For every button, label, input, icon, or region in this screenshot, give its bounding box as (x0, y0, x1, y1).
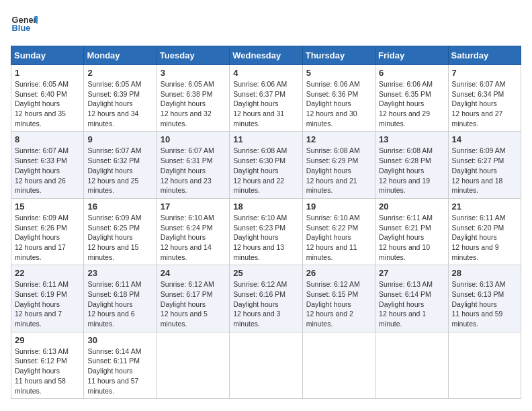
day-info: Sunrise: 6:11 AM Sunset: 6:20 PM Dayligh… (452, 213, 517, 262)
day-number: 23 (87, 268, 152, 278)
day-info: Sunrise: 6:06 AM Sunset: 6:37 PM Dayligh… (233, 79, 298, 128)
calendar-cell: 1 Sunrise: 6:05 AM Sunset: 6:40 PM Dayli… (11, 65, 84, 132)
calendar-cell: 16 Sunrise: 6:09 AM Sunset: 6:25 PM Dayl… (84, 198, 157, 265)
day-number: 12 (306, 134, 371, 144)
day-info: Sunrise: 6:05 AM Sunset: 6:40 PM Dayligh… (15, 79, 80, 128)
day-number: 8 (15, 134, 80, 144)
calendar-cell (375, 332, 448, 398)
calendar-cell: 12 Sunrise: 6:08 AM Sunset: 6:29 PM Dayl… (302, 132, 375, 198)
day-number: 13 (379, 134, 444, 144)
calendar-week-2: 8 Sunrise: 6:07 AM Sunset: 6:33 PM Dayli… (11, 132, 521, 198)
calendar-cell: 2 Sunrise: 6:05 AM Sunset: 6:39 PM Dayli… (84, 65, 157, 132)
calendar-cell: 8 Sunrise: 6:07 AM Sunset: 6:33 PM Dayli… (11, 132, 84, 198)
calendar-cell: 23 Sunrise: 6:11 AM Sunset: 6:18 PM Dayl… (84, 265, 157, 332)
calendar-cell: 11 Sunrise: 6:08 AM Sunset: 6:30 PM Dayl… (230, 132, 302, 198)
day-info: Sunrise: 6:10 AM Sunset: 6:22 PM Dayligh… (306, 213, 371, 262)
calendar-week-5: 29 Sunrise: 6:13 AM Sunset: 6:12 PM Dayl… (11, 332, 521, 398)
calendar-week-1: 1 Sunrise: 6:05 AM Sunset: 6:40 PM Dayli… (11, 65, 521, 132)
day-number: 9 (87, 134, 152, 144)
calendar-cell: 26 Sunrise: 6:12 AM Sunset: 6:15 PM Dayl… (302, 265, 375, 332)
day-number: 29 (15, 335, 80, 345)
calendar-cell: 15 Sunrise: 6:09 AM Sunset: 6:26 PM Dayl… (11, 198, 84, 265)
day-info: Sunrise: 6:13 AM Sunset: 6:14 PM Dayligh… (379, 279, 444, 328)
day-info: Sunrise: 6:09 AM Sunset: 6:27 PM Dayligh… (452, 146, 517, 195)
day-number: 16 (87, 201, 152, 212)
weekday-header-tuesday: Tuesday (157, 46, 229, 65)
day-number: 25 (233, 268, 298, 278)
day-info: Sunrise: 6:07 AM Sunset: 6:33 PM Dayligh… (15, 146, 80, 195)
calendar-cell: 17 Sunrise: 6:10 AM Sunset: 6:24 PM Dayl… (157, 198, 229, 265)
day-number: 19 (306, 201, 371, 212)
weekday-header-saturday: Saturday (448, 46, 521, 65)
calendar-cell (302, 332, 375, 398)
day-info: Sunrise: 6:07 AM Sunset: 6:32 PM Dayligh… (87, 146, 152, 195)
calendar-cell (157, 332, 229, 398)
weekday-header-friday: Friday (375, 46, 448, 65)
calendar-cell: 9 Sunrise: 6:07 AM Sunset: 6:32 PM Dayli… (84, 132, 157, 198)
logo: General Blue (11, 11, 42, 38)
day-info: Sunrise: 6:06 AM Sunset: 6:35 PM Dayligh… (379, 79, 444, 128)
day-info: Sunrise: 6:11 AM Sunset: 6:18 PM Dayligh… (87, 279, 152, 328)
weekday-header-thursday: Thursday (302, 46, 375, 65)
day-number: 22 (15, 268, 80, 278)
day-number: 4 (233, 68, 298, 78)
day-info: Sunrise: 6:12 AM Sunset: 6:17 PM Dayligh… (161, 279, 226, 328)
day-number: 2 (87, 68, 152, 78)
calendar-cell: 25 Sunrise: 6:12 AM Sunset: 6:16 PM Dayl… (230, 265, 302, 332)
calendar-cell: 13 Sunrise: 6:08 AM Sunset: 6:28 PM Dayl… (375, 132, 448, 198)
day-info: Sunrise: 6:09 AM Sunset: 6:26 PM Dayligh… (15, 213, 80, 262)
day-number: 1 (15, 68, 80, 78)
day-number: 7 (452, 68, 517, 78)
day-info: Sunrise: 6:11 AM Sunset: 6:21 PM Dayligh… (379, 213, 444, 262)
svg-text:Blue: Blue (12, 23, 31, 33)
day-info: Sunrise: 6:13 AM Sunset: 6:12 PM Dayligh… (15, 347, 80, 396)
day-info: Sunrise: 6:08 AM Sunset: 6:29 PM Dayligh… (306, 146, 371, 195)
calendar-cell: 27 Sunrise: 6:13 AM Sunset: 6:14 PM Dayl… (375, 265, 448, 332)
calendar-cell: 6 Sunrise: 6:06 AM Sunset: 6:35 PM Dayli… (375, 65, 448, 132)
day-number: 3 (161, 68, 226, 78)
day-number: 14 (452, 134, 517, 144)
calendar-table: SundayMondayTuesdayWednesdayThursdayFrid… (11, 46, 521, 399)
day-number: 10 (161, 134, 226, 144)
day-info: Sunrise: 6:10 AM Sunset: 6:23 PM Dayligh… (233, 213, 298, 262)
day-info: Sunrise: 6:10 AM Sunset: 6:24 PM Dayligh… (161, 213, 226, 262)
weekday-header-sunday: Sunday (11, 46, 84, 65)
day-info: Sunrise: 6:08 AM Sunset: 6:30 PM Dayligh… (233, 146, 298, 195)
day-number: 11 (233, 134, 298, 144)
calendar-cell: 10 Sunrise: 6:07 AM Sunset: 6:31 PM Dayl… (157, 132, 229, 198)
day-number: 5 (306, 68, 371, 78)
calendar-cell: 5 Sunrise: 6:06 AM Sunset: 6:36 PM Dayli… (302, 65, 375, 132)
calendar-cell: 21 Sunrise: 6:11 AM Sunset: 6:20 PM Dayl… (448, 198, 521, 265)
calendar-cell: 22 Sunrise: 6:11 AM Sunset: 6:19 PM Dayl… (11, 265, 84, 332)
calendar-cell: 18 Sunrise: 6:10 AM Sunset: 6:23 PM Dayl… (230, 198, 302, 265)
calendar-cell: 30 Sunrise: 6:14 AM Sunset: 6:11 PM Dayl… (84, 332, 157, 398)
day-number: 27 (379, 268, 444, 278)
day-number: 17 (161, 201, 226, 212)
weekday-header-wednesday: Wednesday (230, 46, 302, 65)
calendar-cell: 7 Sunrise: 6:07 AM Sunset: 6:34 PM Dayli… (448, 65, 521, 132)
day-info: Sunrise: 6:09 AM Sunset: 6:25 PM Dayligh… (87, 213, 152, 262)
day-number: 24 (161, 268, 226, 278)
day-info: Sunrise: 6:05 AM Sunset: 6:38 PM Dayligh… (161, 79, 226, 128)
day-number: 28 (452, 268, 517, 278)
day-number: 20 (379, 201, 444, 212)
calendar-cell (448, 332, 521, 398)
day-info: Sunrise: 6:07 AM Sunset: 6:34 PM Dayligh… (452, 79, 517, 128)
calendar-week-3: 15 Sunrise: 6:09 AM Sunset: 6:26 PM Dayl… (11, 198, 521, 265)
calendar-cell: 20 Sunrise: 6:11 AM Sunset: 6:21 PM Dayl… (375, 198, 448, 265)
day-number: 26 (306, 268, 371, 278)
calendar-cell (230, 332, 302, 398)
calendar-cell: 28 Sunrise: 6:13 AM Sunset: 6:13 PM Dayl… (448, 265, 521, 332)
day-number: 30 (87, 335, 152, 345)
page-header: General Blue (11, 11, 521, 38)
calendar-cell: 4 Sunrise: 6:06 AM Sunset: 6:37 PM Dayli… (230, 65, 302, 132)
day-number: 15 (15, 201, 80, 212)
weekday-header-monday: Monday (84, 46, 157, 65)
calendar-week-4: 22 Sunrise: 6:11 AM Sunset: 6:19 PM Dayl… (11, 265, 521, 332)
day-number: 6 (379, 68, 444, 78)
day-number: 18 (233, 201, 298, 212)
day-info: Sunrise: 6:14 AM Sunset: 6:11 PM Dayligh… (87, 347, 152, 396)
day-info: Sunrise: 6:11 AM Sunset: 6:19 PM Dayligh… (15, 279, 80, 328)
day-info: Sunrise: 6:06 AM Sunset: 6:36 PM Dayligh… (306, 79, 371, 128)
calendar-cell: 29 Sunrise: 6:13 AM Sunset: 6:12 PM Dayl… (11, 332, 84, 398)
